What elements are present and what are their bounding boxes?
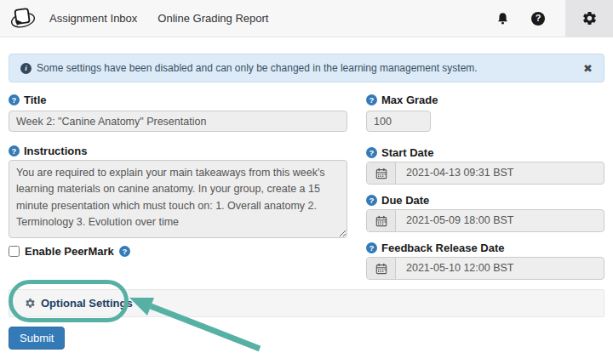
lms-settings-alert: i Some settings have been disabled and c… <box>9 54 604 82</box>
notifications-bell-icon[interactable] <box>494 10 511 27</box>
optional-settings-label: Optional Settings <box>41 297 133 310</box>
gear-icon <box>581 10 598 26</box>
calendar-icon <box>367 258 396 279</box>
instructions-help-icon[interactable]: ? <box>9 145 20 156</box>
peermark-help-icon[interactable]: ? <box>119 246 130 257</box>
info-icon: i <box>20 63 32 74</box>
instructions-label: ? Instructions <box>9 145 87 157</box>
assignment-settings-page: Assignment Inbox Online Grading Report ?… <box>0 0 613 364</box>
nav-link-online-grading-report[interactable]: Online Grading Report <box>158 12 268 25</box>
due-date-help-icon[interactable]: ? <box>366 195 377 206</box>
help-icon[interactable]: ? <box>530 10 547 27</box>
max-grade-label: ? Max Grade <box>366 94 438 106</box>
due-date-label: ? Due Date <box>366 194 429 207</box>
submit-button[interactable]: Submit <box>9 327 65 350</box>
enable-peermark-row[interactable]: Enable PeerMark ? <box>9 245 130 258</box>
start-date-help-icon[interactable]: ? <box>366 147 377 158</box>
turnitin-logo-icon <box>9 6 37 31</box>
nav-link-assignment-inbox[interactable]: Assignment Inbox <box>49 12 137 25</box>
feedback-release-date-input[interactable]: 2021-05-10 12:00 BST <box>366 257 604 280</box>
title-help-icon[interactable]: ? <box>9 94 20 105</box>
feedback-release-date-label: ? Feedback Release Date <box>366 242 505 254</box>
feedback-release-help-icon[interactable]: ? <box>366 242 377 253</box>
max-grade-input[interactable] <box>366 111 431 132</box>
due-date-input[interactable]: 2021-05-09 18:00 BST <box>366 209 604 232</box>
title-input[interactable] <box>9 111 347 132</box>
start-date-input[interactable]: 2021-04-13 09:31 BST <box>366 162 604 185</box>
top-navbar: Assignment Inbox Online Grading Report ? <box>0 0 613 37</box>
start-date-label: ? Start Date <box>366 146 433 159</box>
title-label: ? Title <box>9 94 47 106</box>
calendar-icon <box>367 210 396 231</box>
enable-peermark-label: Enable PeerMark <box>25 245 114 258</box>
max-grade-help-icon[interactable]: ? <box>366 94 377 105</box>
settings-gear-button[interactable] <box>565 0 613 37</box>
optional-settings-button[interactable]: Optional Settings <box>9 289 604 317</box>
start-date-value: 2021-04-13 09:31 BST <box>396 162 604 184</box>
due-date-value: 2021-05-09 18:00 BST <box>396 210 604 231</box>
alert-text: Some settings have been disabled and can… <box>37 62 478 74</box>
instructions-textarea[interactable]: You are required to explain your main ta… <box>9 160 347 238</box>
feedback-release-date-value: 2021-05-10 12:00 BST <box>396 258 604 279</box>
alert-close-icon[interactable]: ✖ <box>583 62 593 76</box>
calendar-icon <box>367 162 396 184</box>
gear-icon <box>25 298 36 309</box>
enable-peermark-checkbox[interactable] <box>9 246 20 257</box>
